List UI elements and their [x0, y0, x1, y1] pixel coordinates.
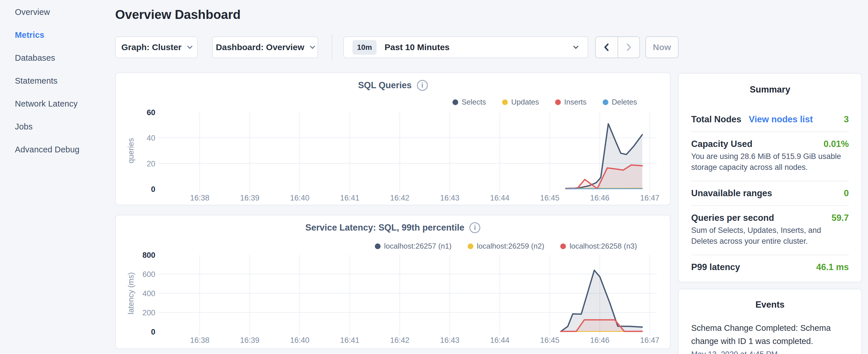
summary-row: Total NodesView nodes list3: [691, 107, 849, 126]
y-tick-label: 400: [143, 289, 155, 298]
x-tick-label: 16:40: [290, 194, 309, 202]
summary-row-value: 46.1 ms: [816, 262, 849, 272]
event-text: Schema Change Completed: Schema change w…: [691, 321, 849, 348]
chevron-down-icon: [573, 43, 578, 49]
chevron-left-icon: [602, 42, 612, 52]
legend-label: Selects: [462, 98, 486, 106]
series-line: [566, 124, 642, 189]
graph-dropdown[interactable]: Graph: Cluster: [115, 36, 198, 58]
x-tick-label: 16:45: [540, 336, 560, 345]
legend-item[interactable]: localhost:26259 (n2): [468, 242, 545, 251]
y-tick-label: 200: [143, 309, 155, 317]
legend-dot-icon: [602, 99, 608, 105]
x-tick-label: 16:46: [590, 194, 610, 202]
legend-item[interactable]: Inserts: [555, 98, 587, 106]
x-tick-label: 16:41: [340, 336, 360, 345]
x-tick-label: 16:38: [190, 194, 210, 202]
now-button[interactable]: Now: [645, 36, 679, 58]
summary-row-value: 59.7: [832, 213, 849, 223]
previous-timespan-button[interactable]: [596, 37, 618, 58]
summary-title: Summary: [691, 85, 849, 95]
legend-dot-icon: [560, 244, 566, 249]
summary-row-subtext: Sum of Selects, Updates, Inserts, and De…: [691, 225, 849, 250]
x-tick-label: 16:43: [440, 194, 460, 202]
x-tick-label: 16:42: [390, 194, 409, 202]
info-icon[interactable]: i: [469, 222, 480, 233]
summary-row-value: 3: [844, 114, 849, 125]
legend-item[interactable]: Deletes: [602, 98, 637, 106]
legend-label: Deletes: [612, 98, 637, 106]
legend-dot-icon: [555, 99, 561, 105]
summary-panel: Summary Total NodesView nodes list3Capac…: [678, 73, 862, 282]
y-tick-label: 40: [147, 134, 155, 142]
y-axis-label: latency (ms): [127, 272, 135, 314]
x-tick-label: 16:39: [240, 336, 260, 345]
service-latency-plot: 16:3816:3916:4016:4116:4216:4316:4416:45…: [116, 215, 671, 350]
legend-item[interactable]: localhost:26258 (n3): [560, 242, 637, 251]
time-range-selector[interactable]: 10m Past 10 Minutes: [343, 36, 588, 58]
sidebar-item-metrics[interactable]: Metrics: [0, 24, 115, 46]
chart-title: Service Latency: SQL, 99th percentile: [306, 223, 465, 233]
event-timestamp: May 13, 2020 at 4:45 PM: [691, 350, 849, 354]
events-panel: Events Schema Change Completed: Schema c…: [678, 289, 862, 354]
legend-dot-icon: [375, 244, 380, 249]
x-tick-label: 16:41: [340, 194, 360, 202]
x-tick-label: 16:39: [240, 194, 260, 202]
x-tick-label: 16:45: [540, 194, 560, 202]
x-tick-label: 16:43: [440, 336, 460, 345]
view-nodes-list-link[interactable]: View nodes list: [749, 114, 813, 125]
chart-title: SQL Queries: [358, 80, 411, 91]
legend-dot-icon: [502, 99, 508, 105]
series-line: [566, 188, 642, 189]
sidebar-item-statements[interactable]: Statements: [0, 69, 115, 92]
series-area: [561, 320, 642, 332]
sidebar-item-overview[interactable]: Overview: [0, 1, 115, 24]
legend-item[interactable]: Updates: [502, 98, 539, 106]
y-tick-label: 600: [143, 270, 155, 279]
time-range-badge: 10m: [352, 40, 376, 55]
legend-label: localhost:26259 (n2): [477, 242, 545, 251]
series-area: [566, 165, 642, 189]
y-tick-label: 60: [147, 108, 155, 117]
summary-row: P99 latency46.1 ms: [691, 255, 849, 274]
chevron-down-icon: [310, 43, 315, 49]
dashboard-dropdown-label: Dashboard: Overview: [216, 42, 304, 52]
summary-row-label: Capacity Used: [691, 139, 752, 149]
dashboard-dropdown[interactable]: Dashboard: Overview: [212, 36, 318, 58]
series-area: [561, 270, 642, 332]
time-step-buttons: [595, 36, 640, 58]
x-tick-label: 16:44: [490, 336, 509, 345]
summary-row-label: Queries per second: [691, 213, 774, 223]
series-line: [561, 270, 642, 332]
chevron-down-icon: [187, 43, 192, 49]
y-tick-label: 20: [147, 160, 155, 168]
next-timespan-button[interactable]: [618, 37, 639, 58]
summary-row: Capacity Used0.01%: [691, 132, 849, 151]
legend-label: Inserts: [564, 98, 587, 106]
events-title: Events: [691, 299, 849, 310]
page: OverviewMetricsDatabasesStatementsNetwor…: [0, 0, 868, 354]
page-title: Overview Dashboard: [115, 7, 241, 22]
sidebar-item-network-latency[interactable]: Network Latency: [0, 92, 115, 115]
time-range-label: Past 10 Minutes: [384, 42, 450, 52]
sidebar-item-advanced-debug[interactable]: Advanced Debug: [0, 138, 115, 161]
legend-item[interactable]: localhost:26257 (n1): [375, 242, 452, 251]
y-axis-label: queries: [127, 138, 135, 164]
x-tick-label: 16:46: [590, 336, 610, 345]
legend-item[interactable]: Selects: [453, 98, 486, 106]
info-icon[interactable]: i: [417, 80, 428, 91]
summary-row: Unavailable ranges0: [691, 181, 849, 200]
x-tick-label: 16:40: [290, 336, 309, 345]
summary-row: Queries per second59.7: [691, 206, 849, 225]
x-tick-label: 16:44: [490, 194, 509, 202]
graph-dropdown-label: Graph: Cluster: [121, 42, 181, 52]
sidebar-item-databases[interactable]: Databases: [0, 46, 115, 69]
sidebar-item-jobs[interactable]: Jobs: [0, 115, 115, 138]
chevron-right-icon: [624, 42, 633, 52]
summary-row-value: 0: [844, 188, 849, 198]
y-tick-label: 800: [143, 251, 155, 259]
chart-legend: SelectsUpdatesInsertsDeletes: [453, 98, 637, 106]
event-item[interactable]: Schema Change Completed: Schema change w…: [691, 321, 849, 354]
summary-row-label: Total Nodes: [691, 114, 741, 125]
series-line: [561, 320, 642, 331]
